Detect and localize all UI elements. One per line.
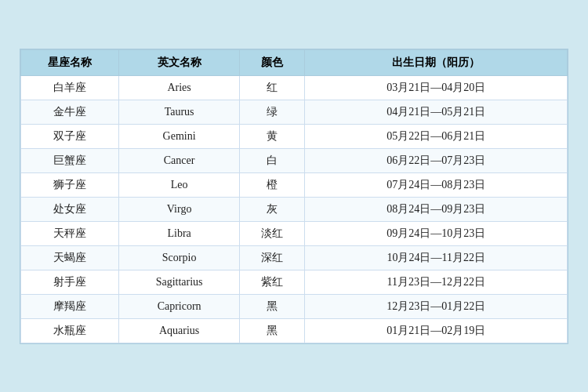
table-row: 双子座Gemini黄05月22日—06月21日 <box>21 124 568 148</box>
header-english: 英文名称 <box>119 49 239 75</box>
cell-english: Sagittarius <box>119 270 239 294</box>
cell-color: 绿 <box>239 100 305 124</box>
table-row: 摩羯座Capricorn黑12月23日—01月22日 <box>21 294 568 318</box>
cell-chinese: 天秤座 <box>21 221 119 245</box>
cell-english: Libra <box>119 221 239 245</box>
header-chinese: 星座名称 <box>21 49 119 75</box>
cell-color: 紫红 <box>239 270 305 294</box>
cell-chinese: 射手座 <box>21 270 119 294</box>
cell-color: 黄 <box>239 124 305 148</box>
table-row: 天秤座Libra淡红09月24日—10月23日 <box>21 221 568 245</box>
cell-color: 淡红 <box>239 221 305 245</box>
cell-chinese: 巨蟹座 <box>21 148 119 172</box>
cell-chinese: 金牛座 <box>21 100 119 124</box>
cell-date: 06月22日—07月23日 <box>305 148 568 172</box>
cell-date: 10月24日—11月22日 <box>305 245 568 270</box>
cell-english: Leo <box>119 172 239 197</box>
table-header-row: 星座名称 英文名称 颜色 出生日期（阳历） <box>21 49 568 75</box>
cell-chinese: 双子座 <box>21 124 119 148</box>
cell-english: Aquarius <box>119 318 239 343</box>
cell-color: 红 <box>239 75 305 100</box>
header-date: 出生日期（阳历） <box>305 49 568 75</box>
cell-date: 05月22日—06月21日 <box>305 124 568 148</box>
zodiac-table-container: 星座名称 英文名称 颜色 出生日期（阳历） 白羊座Aries红03月21日—04… <box>20 49 568 344</box>
header-color: 颜色 <box>239 49 305 75</box>
cell-english: Gemini <box>119 124 239 148</box>
cell-chinese: 水瓶座 <box>21 318 119 343</box>
cell-chinese: 天蝎座 <box>21 245 119 270</box>
cell-date: 07月24日—08月23日 <box>305 172 568 197</box>
table-row: 天蝎座Scorpio深红10月24日—11月22日 <box>21 245 568 270</box>
cell-date: 01月21日—02月19日 <box>305 318 568 343</box>
cell-date: 09月24日—10月23日 <box>305 221 568 245</box>
cell-chinese: 处女座 <box>21 197 119 221</box>
cell-english: Aries <box>119 75 239 100</box>
cell-chinese: 狮子座 <box>21 172 119 197</box>
cell-color: 深红 <box>239 245 305 270</box>
cell-color: 黑 <box>239 294 305 318</box>
cell-color: 黑 <box>239 318 305 343</box>
cell-date: 03月21日—04月20日 <box>305 75 568 100</box>
cell-color: 灰 <box>239 197 305 221</box>
cell-english: Capricorn <box>119 294 239 318</box>
cell-english: Scorpio <box>119 245 239 270</box>
cell-english: Cancer <box>119 148 239 172</box>
table-row: 处女座Virgo灰08月24日—09月23日 <box>21 197 568 221</box>
zodiac-table: 星座名称 英文名称 颜色 出生日期（阳历） 白羊座Aries红03月21日—04… <box>20 49 568 343</box>
table-row: 射手座Sagittarius紫红11月23日—12月22日 <box>21 270 568 294</box>
table-row: 巨蟹座Cancer白06月22日—07月23日 <box>21 148 568 172</box>
cell-date: 04月21日—05月21日 <box>305 100 568 124</box>
cell-color: 白 <box>239 148 305 172</box>
cell-date: 11月23日—12月22日 <box>305 270 568 294</box>
table-row: 金牛座Taurus绿04月21日—05月21日 <box>21 100 568 124</box>
cell-chinese: 摩羯座 <box>21 294 119 318</box>
table-row: 白羊座Aries红03月21日—04月20日 <box>21 75 568 100</box>
cell-date: 12月23日—01月22日 <box>305 294 568 318</box>
cell-date: 08月24日—09月23日 <box>305 197 568 221</box>
cell-chinese: 白羊座 <box>21 75 119 100</box>
cell-english: Taurus <box>119 100 239 124</box>
cell-english: Virgo <box>119 197 239 221</box>
table-row: 水瓶座Aquarius黑01月21日—02月19日 <box>21 318 568 343</box>
cell-color: 橙 <box>239 172 305 197</box>
table-row: 狮子座Leo橙07月24日—08月23日 <box>21 172 568 197</box>
